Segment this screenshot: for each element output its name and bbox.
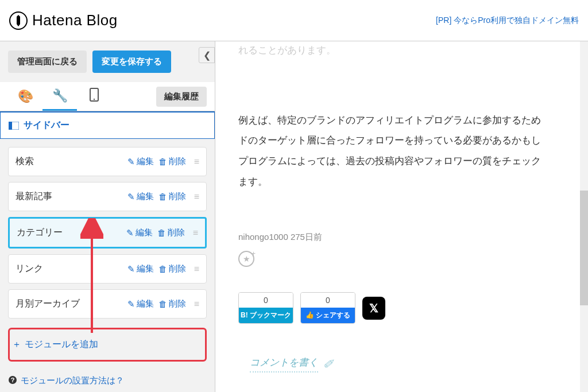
back-to-admin-button[interactable]: 管理画面に戻る [8, 51, 87, 73]
plus-icon: ＋ [12, 339, 21, 351]
design-sidebar: ❮ 管理画面に戻る 変更を保存する 🎨 🔧 編集履歴 [0, 41, 215, 392]
drag-handle-icon[interactable]: ≡ [193, 228, 198, 238]
wrench-icon: 🔧 [52, 88, 68, 103]
article-paragraph: 例えば、特定のブランドのアフィリエイトプログラムに参加するため ドのターゲット層… [238, 110, 588, 192]
svg-text:?: ? [11, 377, 15, 383]
share-count: 0 [301, 293, 355, 308]
edit-link[interactable]: ✎編集 [126, 227, 153, 238]
drag-handle-icon[interactable]: ≡ [194, 157, 199, 167]
sidebar-layout-icon [9, 122, 19, 130]
edit-link[interactable]: ✎編集 [127, 156, 154, 167]
tab-customize[interactable]: 🔧 [42, 82, 77, 111]
module-item-recent[interactable]: 最新記事 ✎編集 🗑削除 ≡ [8, 182, 207, 211]
palette-icon: 🎨 [18, 89, 33, 104]
section-header-sidebar[interactable]: サイドバー [0, 111, 215, 139]
bookmark-label: B! ブックマーク [239, 308, 293, 323]
drag-handle-icon[interactable]: ≡ [194, 192, 199, 202]
thumbs-up-icon: 👍 [305, 311, 314, 319]
comment-prompt-label: コメントを書く [250, 356, 318, 372]
edit-link[interactable]: ✎編集 [127, 263, 154, 274]
drag-handle-icon[interactable]: ≡ [194, 264, 199, 274]
save-changes-button[interactable]: 変更を保存する [92, 51, 171, 73]
module-item-link[interactable]: リンク ✎編集 🗑削除 ≡ [8, 254, 207, 284]
smartphone-icon [90, 88, 99, 105]
plus-icon: + [252, 250, 256, 258]
hatena-bookmark-button[interactable]: 0 B! ブックマーク [238, 292, 293, 324]
pencil-icon: ✐ [323, 357, 333, 372]
module-help-link[interactable]: ? モジュールの設置方法は？ [0, 370, 215, 392]
delete-link[interactable]: 🗑削除 [158, 263, 186, 274]
pencil-icon: ✎ [127, 157, 135, 167]
add-module-button[interactable]: ＋ モジュールを追加 [10, 329, 205, 360]
trash-icon: 🗑 [157, 228, 166, 238]
share-label: 👍 シェアする [301, 308, 355, 323]
pen-logo-icon [9, 11, 28, 30]
delete-link[interactable]: 🗑削除 [158, 298, 186, 309]
pencil-icon: ✎ [127, 264, 135, 274]
trash-icon: 🗑 [158, 192, 167, 201]
module-name: 検索 [16, 156, 34, 168]
collapse-sidebar-button[interactable]: ❮ [199, 47, 215, 63]
chevron-left-icon: ❮ [203, 50, 211, 61]
drag-handle-icon[interactable]: ≡ [194, 299, 199, 309]
delete-link[interactable]: 🗑削除 [158, 156, 186, 167]
delete-link[interactable]: 🗑削除 [158, 191, 186, 202]
module-item-archive[interactable]: 月別アーカイブ ✎編集 🗑削除 ≡ [8, 289, 207, 319]
svg-point-1 [94, 99, 95, 100]
bookmark-count: 0 [239, 293, 293, 308]
section-header-label: サイドバー [24, 119, 69, 131]
add-module-label: モジュールを追加 [25, 339, 98, 351]
facebook-share-button[interactable]: 0 👍 シェアする [300, 292, 355, 324]
module-item-search[interactable]: 検索 ✎編集 🗑削除 ≡ [8, 147, 207, 176]
post-meta: nihongo1000 275日前 [238, 232, 588, 243]
svg-rect-3 [9, 122, 12, 130]
edit-link[interactable]: ✎編集 [127, 298, 154, 309]
module-name: 月別アーカイブ [16, 298, 80, 310]
pencil-icon: ✎ [127, 192, 135, 202]
help-link-label: モジュールの設置方法は？ [21, 375, 124, 386]
tab-theme[interactable]: 🎨 [8, 82, 42, 111]
logo[interactable]: Hatena Blog [9, 11, 118, 30]
module-name: リンク [16, 263, 43, 275]
trash-icon: 🗑 [158, 157, 167, 166]
edit-history-button[interactable]: 編集履歴 [156, 87, 207, 107]
post-age: 275日前 [291, 232, 322, 242]
module-item-category[interactable]: カテゴリー ✎編集 🗑削除 ≡ [8, 217, 207, 249]
author-name[interactable]: nihongo1000 [238, 232, 288, 242]
question-circle-icon: ? [8, 375, 17, 386]
trash-icon: 🗑 [158, 299, 167, 309]
delete-link[interactable]: 🗑削除 [157, 227, 185, 238]
write-comment-link[interactable]: コメントを書く ✐ [238, 356, 588, 372]
x-icon: 𝕏 [369, 301, 378, 315]
pr-link[interactable]: [PR] 今ならPro利用で独自ドメイン無料 [436, 15, 579, 26]
article-text-fragment: れることがあります。 [238, 41, 588, 61]
logo-text: Hatena Blog [32, 11, 118, 29]
preview-pane: れることがあります。 例えば、特定のブランドのアフィリエイトプログラムに参加する… [215, 41, 588, 392]
module-name: 最新記事 [16, 191, 52, 203]
star-icon: ★ [243, 254, 250, 263]
x-share-button[interactable]: 𝕏 [362, 297, 385, 320]
hatena-star-button[interactable]: ★ + [238, 251, 254, 267]
trash-icon: 🗑 [158, 264, 167, 274]
pencil-icon: ✎ [126, 228, 134, 238]
module-name: カテゴリー [17, 227, 63, 239]
scrollbar-thumb[interactable] [580, 191, 588, 305]
pencil-icon: ✎ [127, 299, 135, 309]
edit-link[interactable]: ✎編集 [127, 191, 154, 202]
preview-scrollbar[interactable] [580, 41, 588, 392]
tab-smartphone[interactable] [77, 82, 111, 111]
